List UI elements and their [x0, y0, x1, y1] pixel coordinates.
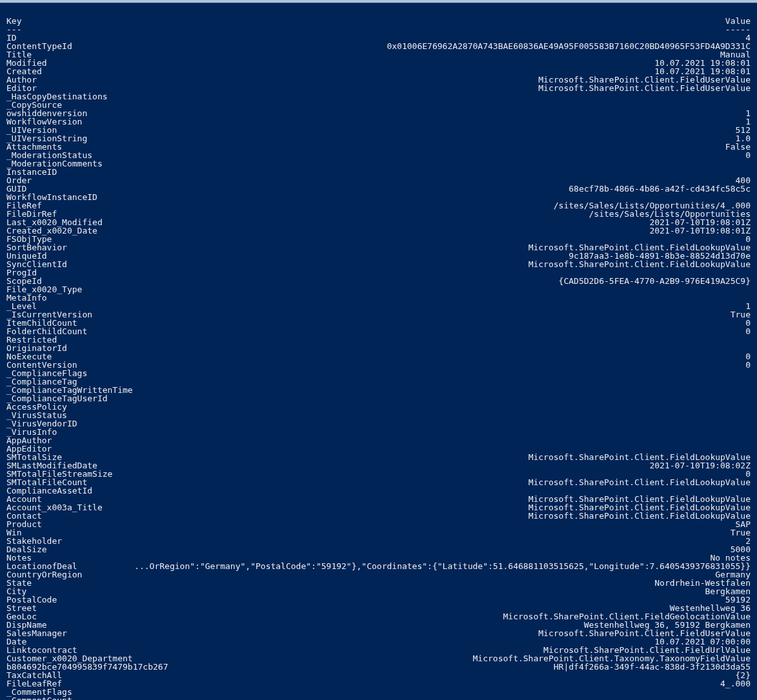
row-value: Microsoft.SharePoint.Client.FieldLookupV…: [62, 453, 751, 461]
row-value: [72, 688, 751, 696]
header-divider: --- -----: [6, 25, 751, 34]
table-row: ContactMicrosoft.SharePoint.Client.Field…: [6, 512, 751, 520]
row-value: SAP: [42, 520, 751, 528]
table-row: WinTrue: [6, 528, 751, 537]
table-row: ContentTypeId0x01006E76962A2870A743BAE60…: [6, 42, 751, 50]
table-row: LocationofDeal...OrRegion":"Germany","Po…: [6, 562, 751, 570]
row-value: [103, 159, 751, 168]
row-key: _CommentCount: [6, 696, 72, 700]
row-value: [47, 294, 751, 302]
table-row: Last_x0020_Modified2021-07-10T19:08:01Z: [6, 218, 751, 226]
row-value: Manual: [32, 50, 751, 59]
table-row: _IsCurrentVersionTrue: [6, 310, 751, 319]
table-row: ProductSAP: [6, 520, 751, 528]
row-value: HR|df4f266a-349f-44ac-838d-3f2130d3da55: [168, 663, 751, 671]
row-value: 1: [82, 117, 751, 126]
row-value: 59192: [57, 595, 751, 604]
row-value: 512: [57, 126, 751, 134]
table-row: FileLeafRef4_.000: [6, 679, 751, 688]
row-value: True: [92, 310, 751, 319]
table-row: Restricted: [6, 335, 751, 344]
row-value: Microsoft.SharePoint.Client.FieldUserVal…: [67, 629, 751, 637]
table-row: Created_x0020_Date2021-07-10T19:08:01Z: [6, 226, 751, 235]
row-value: 2: [62, 537, 751, 545]
row-value: 2021-07-10T19:08:01Z: [97, 226, 751, 235]
table-row: Modified10.07.2021 19:08:01: [6, 59, 751, 67]
row-value: 1: [87, 109, 751, 117]
table-row: _UIVersionString1.0: [6, 134, 751, 143]
table-row: _CommentCount: [6, 696, 751, 700]
row-value: [72, 696, 751, 700]
table-row: _VirusInfo: [6, 428, 751, 436]
table-row: AppAuthor: [6, 436, 751, 445]
table-row: _ModerationComments: [6, 159, 751, 168]
table-row: PostalCode59192: [6, 595, 751, 604]
row-value: 2021-07-10T19:08:02Z: [97, 461, 751, 470]
row-value: {2}: [62, 671, 751, 679]
row-value: [57, 168, 751, 176]
table-row: StateNordrhein-Westfalen: [6, 579, 751, 587]
row-value: Microsoft.SharePoint.Client.FieldLookupV…: [87, 478, 751, 486]
row-value: 0: [77, 319, 751, 327]
table-row: _VirusVendorID: [6, 419, 751, 428]
row-value: /sites/Sales/Lists/Opportunities: [57, 210, 751, 218]
table-row: ContentVersion0: [6, 361, 751, 369]
table-row: _HasCopyDestinations: [6, 92, 751, 101]
table-row: TaxCatchAll{2}: [6, 671, 751, 679]
row-value: 0: [77, 361, 751, 369]
row-value: Bergkamen: [26, 587, 751, 595]
row-value: [77, 377, 751, 386]
table-row: OriginatorId: [6, 344, 751, 352]
table-row: File_x0020_Type: [6, 285, 751, 294]
row-value: 0: [92, 151, 751, 159]
row-value: [62, 101, 751, 109]
table-row: EditorMicrosoft.SharePoint.Client.FieldU…: [6, 84, 751, 92]
table-row: _CommentFlags: [6, 688, 751, 696]
table-row: FileDirRef/sites/Sales/Lists/Opportuniti…: [6, 210, 751, 218]
row-value: 1: [37, 302, 751, 310]
header-value-dash: -----: [21, 25, 751, 34]
table-row: GUID68ecf78b-4866-4b86-a42f-cd434fc58c5c: [6, 185, 751, 193]
table-row: CityBergkamen: [6, 587, 751, 595]
row-value: True: [21, 528, 751, 537]
row-value: [57, 428, 751, 436]
row-value: 5000: [47, 545, 751, 554]
row-value: 68ecf78b-4866-4b86-a42f-cd434fc58c5c: [26, 185, 751, 193]
row-value: False: [62, 143, 751, 151]
row-value: 10.07.2021 19:08:01: [47, 59, 751, 67]
row-value: 0: [87, 327, 751, 335]
row-value: [133, 386, 751, 394]
header-row: Key Value: [6, 17, 751, 25]
row-value: {CAD5D2D6-5FEA-4770-A2B9-976E419A25C9}: [42, 277, 751, 285]
table-row: _ModerationStatus0: [6, 151, 751, 159]
table-row: _VirusStatus: [6, 411, 751, 419]
table-row: _ComplianceFlags: [6, 369, 751, 377]
table-row: owshiddenversion1: [6, 109, 751, 117]
table-row: _CopySource: [6, 101, 751, 109]
table-row: SMTotalFileCountMicrosoft.SharePoint.Cli…: [6, 478, 751, 486]
row-value: [57, 335, 751, 344]
row-value: [67, 411, 751, 419]
row-value: 0: [52, 352, 751, 361]
row-value: [87, 369, 751, 377]
row-value: Microsoft.SharePoint.Client.FieldLookupV…: [67, 260, 751, 268]
row-value: Nordrhein-Westfalen: [32, 579, 751, 587]
row-value: 1.0: [87, 134, 751, 143]
table-row: MetaInfo: [6, 294, 751, 302]
row-value: 4_.000: [62, 679, 751, 688]
table-row: _Level1: [6, 302, 751, 310]
table-row: SMTotalSizeMicrosoft.SharePoint.Client.F…: [6, 453, 751, 461]
row-value: Germany: [82, 570, 751, 579]
header-value: Value: [21, 17, 751, 25]
table-row: Stakeholder2: [6, 537, 751, 545]
table-row: DealSize5000: [6, 545, 751, 554]
table-row: _ComplianceTagWrittenTime: [6, 386, 751, 394]
table-row: AttachmentsFalse: [6, 143, 751, 151]
row-value: [52, 436, 751, 445]
table-row: WorkflowVersion1: [6, 117, 751, 126]
row-value: [77, 419, 751, 428]
row-value: [108, 394, 751, 403]
table-row: SyncClientIdMicrosoft.SharePoint.Client.…: [6, 260, 751, 268]
row-value: [67, 403, 751, 411]
row-value: 0x01006E76962A2870A743BAE60836AE49A95F00…: [72, 42, 751, 50]
